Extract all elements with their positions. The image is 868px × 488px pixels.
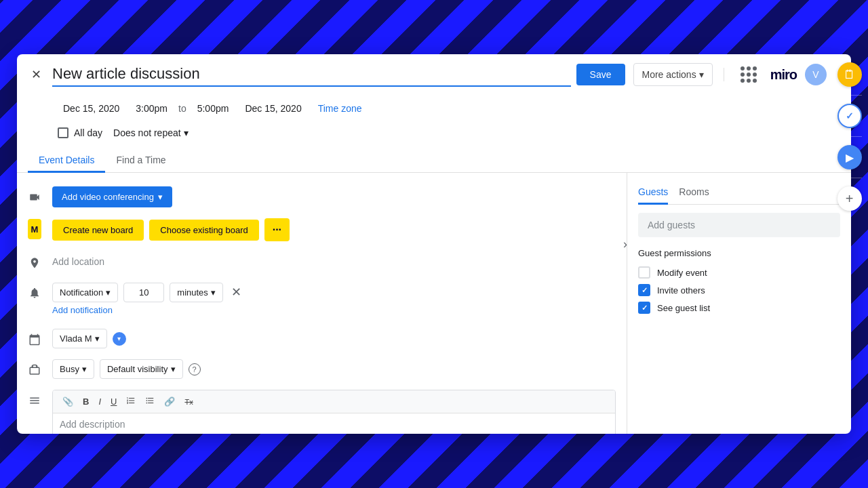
modal-top-bar: ✕ Save More actions ▾ miro V <box>17 54 851 95</box>
add-notification-link[interactable]: Add notification <box>52 302 616 318</box>
calendar-color-picker[interactable]: ▾ <box>113 332 126 346</box>
notification-controls: Notification ▾ minutes ▾ ✕ <box>52 282 616 302</box>
location-content <box>52 252 616 271</box>
checkmark-icon[interactable]: ✓ <box>837 104 862 128</box>
repeat-chevron: ▾ <box>184 127 189 138</box>
help-icon[interactable]: ? <box>189 363 201 375</box>
choose-existing-board-button[interactable]: Choose existing board <box>149 220 258 241</box>
video-conf-icon <box>28 190 41 204</box>
video-conf-row: Add video conferencing ▾ <box>28 181 616 213</box>
briefcase-icon <box>28 363 41 377</box>
calendar-owner-dropdown[interactable]: Vlada M ▾ <box>52 329 107 348</box>
start-date-button[interactable]: Dec 15, 2020 <box>58 100 125 117</box>
guest-permissions-title: Guest permissions <box>638 248 840 258</box>
invite-others-checkbox[interactable] <box>638 284 650 296</box>
tab-guests[interactable]: Guests <box>638 181 668 205</box>
description-area: 📎 B I U 🔗 Tx <box>52 390 616 434</box>
miro-buttons: Create new board Choose existing board ·… <box>52 218 616 241</box>
calendar-owner-chevron: ▾ <box>95 333 100 344</box>
link-button[interactable]: 🔗 <box>160 394 179 409</box>
italic-button[interactable]: I <box>94 394 105 409</box>
remove-notification-button[interactable]: ✕ <box>229 282 244 302</box>
collapse-arrow-icon: › <box>623 237 627 251</box>
divider <box>724 68 724 81</box>
busy-status-dropdown[interactable]: Busy ▾ <box>52 359 94 379</box>
description-input[interactable]: Add description <box>53 413 615 434</box>
location-row <box>28 247 616 277</box>
apps-grid-icon[interactable] <box>735 61 762 88</box>
busy-label: Busy <box>60 364 79 374</box>
description-content: 📎 B I U 🔗 Tx <box>52 390 616 434</box>
status-content: Busy ▾ Default visibility ▾ ? <box>52 359 616 379</box>
notification-row: Notification ▾ minutes ▾ ✕ Add notificat… <box>28 277 616 323</box>
invite-others-label: Invite others <box>657 285 705 296</box>
modify-event-checkbox[interactable] <box>638 266 650 279</box>
user-avatar[interactable]: V <box>805 64 827 85</box>
calendar-owner-content: Vlada M ▾ ▾ <box>52 329 616 348</box>
description-row: 📎 B I U 🔗 Tx <box>28 384 616 434</box>
timezone-button[interactable]: Time zone <box>313 100 368 117</box>
more-actions-label: More actions <box>642 69 696 80</box>
underline-button[interactable]: U <box>106 394 121 409</box>
tab-find-time[interactable]: Find a Time <box>105 149 176 173</box>
header-actions: Save More actions ▾ miro V <box>576 61 843 88</box>
more-actions-button[interactable]: More actions ▾ <box>633 63 713 86</box>
create-new-board-button[interactable]: Create new board <box>52 220 144 241</box>
guests-tabs: Guests Rooms <box>638 181 840 205</box>
remove-format-button[interactable]: Tx <box>180 395 197 409</box>
datetime-row: Dec 15, 2020 3:00pm to 5:00pm Dec 15, 20… <box>17 95 851 122</box>
start-time-button[interactable]: 3:00pm <box>130 100 173 117</box>
add-video-conferencing-button[interactable]: Add video conferencing ▾ <box>52 186 172 207</box>
location-icon <box>28 256 41 270</box>
notification-type-dropdown[interactable]: Notification ▾ <box>52 283 118 302</box>
bold-button[interactable]: B <box>79 394 93 409</box>
visibility-chevron: ▾ <box>171 364 176 374</box>
notification-content: Notification ▾ minutes ▾ ✕ Add notificat… <box>52 282 616 318</box>
see-guest-list-checkbox[interactable] <box>638 302 650 314</box>
close-button[interactable]: ✕ <box>25 64 47 85</box>
visibility-label: Default visibility <box>107 364 168 374</box>
attach-button[interactable]: 📎 <box>58 394 77 409</box>
close-icon: ✕ <box>31 67 41 82</box>
allday-label: All day <box>74 127 102 138</box>
collapse-panel-button[interactable]: › <box>623 237 627 251</box>
allday-checkbox[interactable] <box>58 127 68 138</box>
miro-board-icon: M <box>28 222 41 236</box>
event-title-input[interactable] <box>52 62 571 87</box>
sticky-note-icon[interactable]: 🗒 <box>837 62 862 87</box>
numbered-list-button[interactable] <box>122 393 140 410</box>
hamburger-icon <box>28 394 41 407</box>
owner-controls: Vlada M ▾ ▾ <box>52 329 616 348</box>
miro-icon[interactable]: M <box>28 219 41 239</box>
see-guest-list-label: See guest list <box>657 303 710 313</box>
bulleted-list-button[interactable] <box>141 393 159 410</box>
visibility-dropdown[interactable]: Default visibility ▾ <box>100 359 183 379</box>
allday-row: All day Does not repeat ▾ <box>17 122 851 144</box>
location-input[interactable] <box>52 252 616 271</box>
description-toolbar: 📎 B I U 🔗 Tx <box>53 390 615 413</box>
save-button[interactable]: Save <box>576 64 625 85</box>
calendar-icon <box>28 333 41 346</box>
miro-more-button[interactable]: ··· <box>264 218 290 241</box>
left-panel: Add video conferencing ▾ M Create new bo… <box>17 173 627 434</box>
notification-value-input[interactable] <box>123 283 164 302</box>
repeat-dropdown[interactable]: Does not repeat ▾ <box>108 125 194 141</box>
permission-invite-others: Invite others <box>638 281 840 299</box>
notification-type-chevron: ▾ <box>106 287 111 298</box>
tab-rooms[interactable]: Rooms <box>679 181 709 205</box>
calendar-owner-label: Vlada M <box>60 333 92 344</box>
calendar-owner-row: Vlada M ▾ ▾ <box>28 323 616 354</box>
end-date-button[interactable]: Dec 15, 2020 <box>239 100 307 117</box>
notification-icon <box>28 286 41 300</box>
busy-chevron: ▾ <box>82 364 87 374</box>
add-guests-input[interactable] <box>638 213 840 237</box>
miro-content: Create new board Choose existing board ·… <box>52 218 616 241</box>
video-meet-icon[interactable]: ▶ <box>837 145 862 169</box>
notification-unit-dropdown[interactable]: minutes ▾ <box>170 283 223 302</box>
notification-unit-chevron: ▾ <box>211 287 216 298</box>
video-conf-chevron: ▾ <box>158 192 163 202</box>
add-icon[interactable]: + <box>837 186 862 211</box>
tab-event-details[interactable]: Event Details <box>28 149 105 173</box>
status-controls: Busy ▾ Default visibility ▾ ? <box>52 359 616 379</box>
end-time-button[interactable]: 5:00pm <box>192 100 235 117</box>
